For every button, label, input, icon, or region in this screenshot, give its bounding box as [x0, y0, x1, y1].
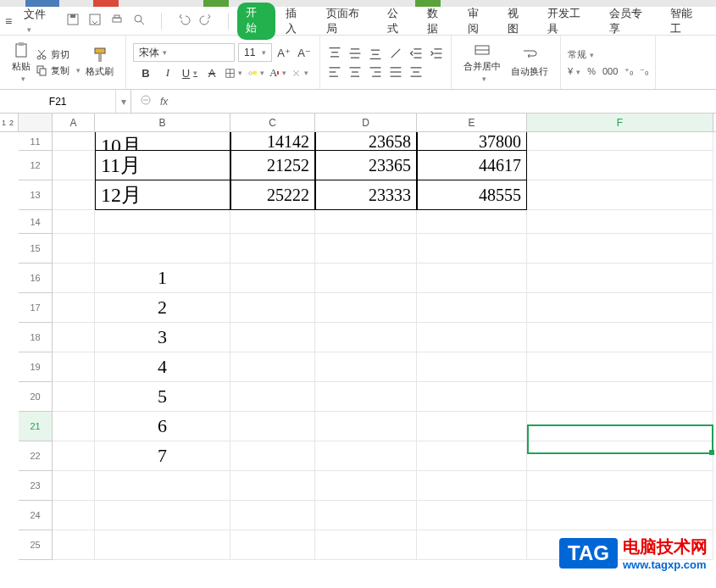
fx-label[interactable]: fx — [160, 96, 168, 108]
cell[interactable] — [230, 323, 315, 352]
wrap-text-button[interactable]: 自动换行 — [506, 47, 553, 78]
merge-center-button[interactable]: 合并居中 — [458, 42, 506, 83]
row-head[interactable]: 19 — [19, 352, 53, 382]
cell[interactable]: 37800 — [417, 132, 527, 151]
row-head[interactable]: 22 — [19, 441, 53, 471]
cell[interactable] — [315, 323, 417, 352]
bold-button[interactable]: B — [137, 64, 154, 81]
menu-icon[interactable] — [5, 14, 17, 28]
cell[interactable] — [527, 352, 713, 382]
cell[interactable] — [315, 441, 417, 471]
tab-formula[interactable]: 公式 — [379, 3, 417, 40]
row-head[interactable]: 12 — [19, 151, 53, 180]
italic-button[interactable]: I — [159, 64, 176, 81]
cell[interactable] — [315, 382, 417, 412]
cell[interactable] — [527, 263, 713, 293]
doc-tab[interactable] — [93, 0, 119, 7]
cell[interactable] — [315, 263, 417, 293]
row-head[interactable]: 13 — [19, 180, 53, 210]
name-box[interactable] — [0, 96, 115, 108]
tab-insert[interactable]: 插入 — [277, 3, 315, 40]
cell[interactable]: 21252 — [230, 151, 315, 180]
dec-inc-button[interactable]: ⁺₀ — [624, 66, 633, 77]
cell[interactable] — [417, 501, 527, 530]
cell[interactable] — [95, 471, 230, 501]
spreadsheet-grid[interactable]: A B C D E F 1110月1414223658378001211月212… — [19, 114, 716, 588]
row-head[interactable]: 14 — [19, 210, 53, 234]
align-middle-icon[interactable] — [347, 47, 363, 60]
col-head[interactable]: D — [315, 114, 417, 131]
cell[interactable] — [527, 151, 713, 180]
cell[interactable] — [53, 471, 95, 501]
align-left-icon[interactable] — [327, 65, 342, 79]
cell[interactable] — [527, 501, 713, 530]
col-head[interactable]: C — [230, 114, 315, 131]
cell[interactable] — [315, 501, 417, 530]
tab-view[interactable]: 视图 — [499, 3, 537, 40]
cell[interactable] — [53, 352, 95, 382]
underline-button[interactable]: U — [181, 64, 198, 81]
tab-layout[interactable]: 页面布局 — [318, 3, 378, 40]
preview-icon[interactable] — [132, 13, 146, 29]
doc-tab[interactable] — [203, 0, 229, 7]
cell[interactable] — [527, 132, 713, 151]
cell[interactable] — [230, 234, 315, 263]
cell[interactable] — [230, 501, 315, 530]
cell[interactable] — [417, 530, 527, 560]
row-head[interactable]: 24 — [19, 501, 53, 530]
border-button[interactable] — [225, 64, 242, 81]
fill-color-button[interactable] — [247, 64, 264, 81]
cell[interactable] — [230, 293, 315, 323]
cell[interactable] — [230, 471, 315, 501]
cell[interactable]: 14142 — [230, 132, 315, 151]
align-top-icon[interactable] — [327, 47, 342, 60]
cell[interactable] — [315, 293, 417, 323]
cell[interactable] — [417, 263, 527, 293]
col-head[interactable]: F — [527, 114, 713, 131]
cell[interactable] — [417, 234, 527, 263]
cell[interactable] — [315, 530, 417, 560]
cell[interactable]: 7 — [95, 441, 230, 471]
cell[interactable] — [230, 352, 315, 382]
tab-review[interactable]: 审阅 — [459, 3, 497, 40]
cell[interactable] — [230, 441, 315, 471]
dec-dec-button[interactable]: ⁻₀ — [640, 66, 648, 77]
col-head[interactable]: A — [53, 114, 95, 131]
indent-inc-icon[interactable] — [429, 47, 444, 60]
copy-button[interactable]: 复制 — [36, 64, 80, 77]
row-head[interactable]: 20 — [19, 382, 53, 412]
tab-dev[interactable]: 开发工具 — [539, 3, 599, 40]
cell[interactable] — [417, 293, 527, 323]
cell[interactable] — [230, 412, 315, 441]
cell[interactable] — [53, 234, 95, 263]
cell[interactable] — [417, 382, 527, 412]
number-format-combo[interactable]: 常规 — [568, 48, 594, 61]
grow-font-icon[interactable]: A⁺ — [275, 44, 292, 61]
formula-input[interactable] — [176, 96, 708, 108]
cancel-fx-icon[interactable] — [140, 94, 152, 108]
cell[interactable] — [230, 210, 315, 234]
cell[interactable] — [95, 234, 230, 263]
format-painter-button[interactable]: 格式刷 — [80, 47, 119, 78]
font-color-button[interactable]: A — [269, 64, 286, 81]
cell[interactable] — [95, 210, 230, 234]
name-box-dropdown[interactable]: ▾ — [115, 90, 130, 113]
cell[interactable] — [230, 382, 315, 412]
cell[interactable] — [527, 323, 713, 352]
cell[interactable] — [230, 263, 315, 293]
cell[interactable] — [527, 412, 713, 441]
cell[interactable] — [53, 210, 95, 234]
tab-data[interactable]: 数据 — [419, 3, 457, 40]
cell[interactable]: 11月 — [95, 151, 230, 180]
row-head[interactable]: 16 — [19, 263, 53, 293]
clear-format-button[interactable] — [291, 64, 308, 81]
row-head[interactable]: 18 — [19, 323, 53, 352]
cell[interactable] — [315, 210, 417, 234]
cell[interactable]: 1 — [95, 263, 230, 293]
cell[interactable] — [527, 210, 713, 234]
cell[interactable]: 12月 — [95, 180, 230, 210]
cell[interactable]: 23365 — [315, 151, 417, 180]
cut-button[interactable]: 剪切 — [36, 48, 80, 61]
cell[interactable] — [315, 471, 417, 501]
align-justify-icon[interactable] — [388, 65, 403, 79]
